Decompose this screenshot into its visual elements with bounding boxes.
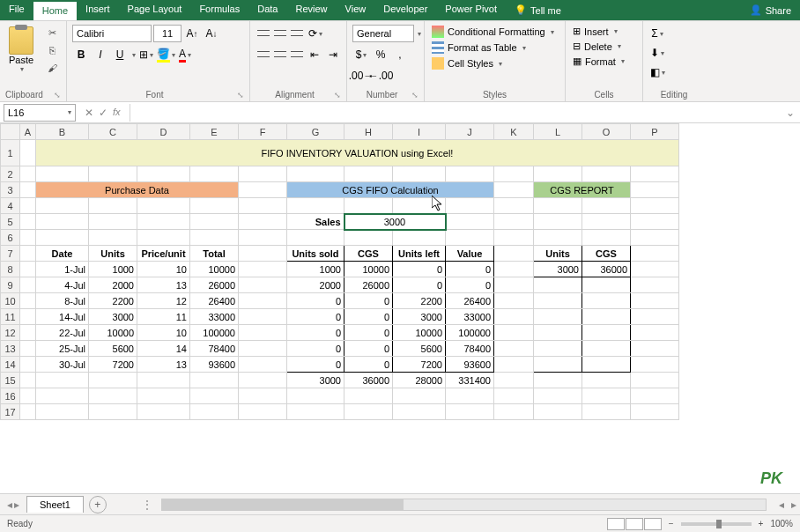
row-header-4[interactable]: 4 [1,198,20,214]
zoom-level[interactable]: 100% [770,519,793,528]
cell-G2[interactable] [287,166,344,182]
cell-G8[interactable]: 1000 [287,262,344,277]
cell-F11[interactable] [239,309,287,325]
cell-B7[interactable]: Date [36,246,89,262]
cell-P10[interactable] [631,293,679,309]
cell-B16[interactable] [36,388,89,404]
column-header-I[interactable]: I [393,124,446,140]
cell-C12[interactable]: 10000 [89,325,137,341]
cell-G15[interactable]: 3000 [287,373,344,388]
tab-review[interactable]: Review [286,0,336,20]
underline-button[interactable]: U [111,46,129,63]
border-button[interactable]: ⊞▾ [137,46,155,63]
cell-O2[interactable] [582,166,631,182]
cell-B10[interactable]: 8-Jul [36,293,89,309]
cell-K11[interactable] [494,309,534,325]
cell-L7[interactable]: Units [534,246,582,262]
cell-I6[interactable] [393,230,446,246]
scrollbar-thumb[interactable] [162,499,404,510]
cell-A12[interactable] [20,325,36,341]
cell-C15[interactable] [89,373,137,388]
column-header-P[interactable]: P [631,124,679,140]
share-button[interactable]: 👤 Share [741,0,800,20]
cell-H8[interactable]: 10000 [344,262,393,277]
clear-button[interactable]: ◧▾ [648,63,666,81]
cell-J9[interactable]: 0 [446,277,494,293]
cell-B3[interactable]: Purchase Data [36,182,239,198]
cell-L16[interactable] [534,388,582,404]
row-header-6[interactable]: 6 [1,230,20,246]
cell-C17[interactable] [89,404,137,420]
cell-I12[interactable]: 10000 [393,325,446,341]
cell-H5[interactable]: 3000 [344,214,446,230]
cell-K13[interactable] [494,341,534,357]
row-header-5[interactable]: 5 [1,214,20,230]
percent-button[interactable]: % [372,46,389,63]
cell-D8[interactable]: 10 [137,262,190,277]
align-top-button[interactable] [256,26,271,41]
cell-G9[interactable]: 2000 [287,277,344,293]
cell-C9[interactable]: 2000 [89,277,137,293]
font-color-button[interactable]: A▾ [176,46,194,63]
cell-L13[interactable] [534,341,582,357]
increase-font-button[interactable]: A↑ [183,25,201,42]
cell-B17[interactable] [36,404,89,420]
cell-B1[interactable]: FIFO INVENTORY VALUATION using Excel! [36,140,679,166]
cell-F7[interactable] [239,246,287,262]
cell-I4[interactable] [393,198,446,214]
cell-P15[interactable] [631,373,679,388]
cell-L8[interactable]: 3000 [534,262,582,277]
cell-F3[interactable] [239,182,287,198]
cell-I17[interactable] [393,404,446,420]
cell-F2[interactable] [239,166,287,182]
cell-C4[interactable] [89,198,137,214]
autosum-button[interactable]: Σ▾ [648,25,666,42]
column-header-J[interactable]: J [446,124,494,140]
cell-P9[interactable] [631,277,679,293]
cell-D2[interactable] [137,166,190,182]
cell-P14[interactable] [631,357,679,373]
cell-J13[interactable]: 78400 [446,341,494,357]
align-center-button[interactable] [272,48,288,62]
cell-K2[interactable] [494,166,534,182]
cell-G10[interactable]: 0 [287,293,344,309]
formula-input[interactable] [130,104,781,122]
format-painter-button[interactable]: 🖌 [44,60,60,76]
cell-O6[interactable] [582,230,631,246]
clipboard-dialog-launcher[interactable]: ⤡ [54,91,61,100]
cell-B15[interactable] [36,373,89,388]
tab-insert[interactable]: Insert [77,0,119,20]
cell-K7[interactable] [494,246,534,262]
cell-B14[interactable]: 30-Jul [36,357,89,373]
cell-E7[interactable]: Total [190,246,239,262]
cell-K8[interactable] [494,262,534,277]
number-format-select[interactable] [352,25,414,42]
cell-D12[interactable]: 10 [137,325,190,341]
cell-I8[interactable]: 0 [393,262,446,277]
cell-L5[interactable] [534,214,582,230]
cell-H13[interactable]: 0 [344,341,393,357]
cell-G3[interactable]: CGS FIFO Calculation [287,182,494,198]
cell-P3[interactable] [631,182,679,198]
row-header-11[interactable]: 11 [1,309,20,325]
column-header-B[interactable]: B [36,124,89,140]
cell-I10[interactable]: 2200 [393,293,446,309]
cell-O9[interactable] [582,277,631,293]
select-all-button[interactable] [1,124,20,140]
cell-F10[interactable] [239,293,287,309]
page-break-view-button[interactable] [644,518,662,530]
cell-G16[interactable] [287,388,344,404]
cell-H16[interactable] [344,388,393,404]
cell-L17[interactable] [534,404,582,420]
decrease-indent-button[interactable]: ⇤ [307,46,323,63]
cell-E10[interactable]: 26400 [190,293,239,309]
cell-H9[interactable]: 26000 [344,277,393,293]
cell-L6[interactable] [534,230,582,246]
cell-B8[interactable]: 1-Jul [36,262,89,277]
font-size-select[interactable] [153,25,181,42]
currency-button[interactable]: $▾ [352,46,370,63]
cell-O10[interactable] [582,293,631,309]
cell-J15[interactable]: 331400 [446,373,494,388]
row-header-16[interactable]: 16 [1,388,20,404]
cell-I13[interactable]: 5600 [393,341,446,357]
